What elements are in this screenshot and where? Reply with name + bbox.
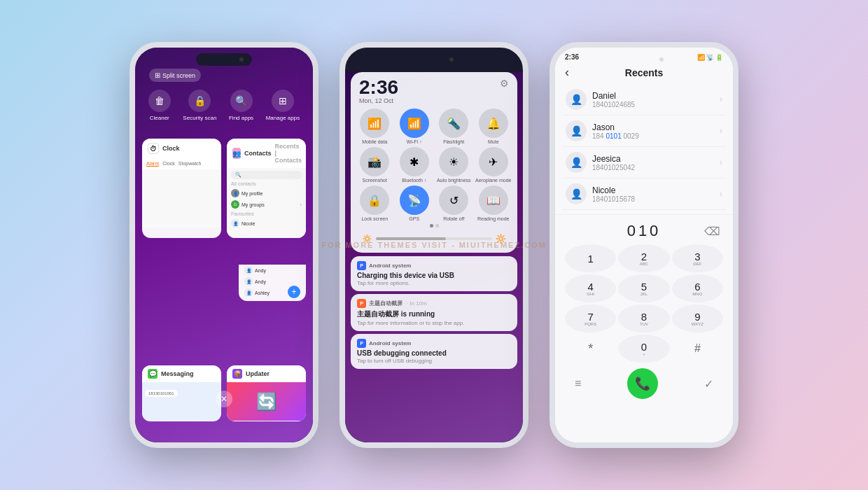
cc-time-group: 2:36 Mon, 12 Oct <box>359 78 398 104</box>
stopwatch-tab[interactable]: Stopwatch <box>178 161 202 167</box>
dial-key-9[interactable]: 9 WXYZ <box>672 304 723 332</box>
toggle-screenshot[interactable]: 📸 Screenshot <box>356 147 393 183</box>
messaging-card[interactable]: 💬 Messaging 18130101001 <box>142 365 221 421</box>
dial-key-7[interactable]: 7 PQRS <box>565 304 616 332</box>
reading-label: Reading mode <box>477 216 510 221</box>
nicole-contact-avatar: 👤 <box>566 183 587 204</box>
dial-4-num: 4 <box>587 281 593 292</box>
notif-3[interactable]: P Android system USB debugging connected… <box>351 334 517 369</box>
cc-date: Mon, 12 Oct <box>359 97 398 104</box>
messaging-label: Messaging <box>161 370 194 377</box>
toggle-rotate[interactable]: ↺ Rotate off <box>435 186 472 221</box>
jeesica-chevron: › <box>720 158 722 167</box>
contacts-search[interactable]: 🔍 <box>231 171 302 179</box>
dialer-bottom-row: ≡ 📞 ✓ <box>555 364 733 403</box>
wifi-icon: 📶 <box>400 108 429 138</box>
daniel-avatar: 👤 <box>566 89 587 110</box>
security-action[interactable]: 🔒 Security scan <box>183 90 216 121</box>
toggle-flashlight[interactable]: 🔦 Flashlight <box>435 108 472 144</box>
check-icon[interactable]: ✓ <box>704 377 713 391</box>
notif-1[interactable]: P Android system Charging this device vi… <box>351 256 517 291</box>
close-button[interactable]: ✕ <box>216 391 232 407</box>
messaging-body: 18130101001 <box>142 382 221 421</box>
dial-key-star[interactable]: * <box>565 335 616 363</box>
notif-1-header: P Android system <box>357 261 511 270</box>
nicole-avatar: 👤 <box>231 219 239 227</box>
my-groups-item[interactable]: G My groups › <box>231 199 302 210</box>
dial-key-hash[interactable]: # <box>672 335 723 363</box>
toggle-airplane[interactable]: ✈ Aeroplane mode <box>475 147 512 183</box>
p3-status-time: 2:36 <box>565 53 579 61</box>
phone3: 2:36 📶 📡 🔋 ‹ Recents 👤 <box>550 42 738 448</box>
my-profile-item[interactable]: 👤 My profile <box>231 188 302 199</box>
toggle-wifi[interactable]: 📶 Wi-Fi ↑ <box>396 108 433 144</box>
dial-key-8[interactable]: 8 TUV <box>618 304 669 332</box>
quick-actions-row: 🗑 Cleaner 🔒 Security scan 🔍 Find apps ⊞ … <box>135 90 313 121</box>
toggle-mobile-data[interactable]: 📶 Mobile data <box>356 108 393 144</box>
jeesica-name: Jeesica <box>592 154 714 164</box>
clock-tabs: Alarm Clock Stopwatch <box>142 158 221 169</box>
notif-3-app-icon: P <box>357 339 366 348</box>
toggle-reading[interactable]: 📖 Reading mode <box>475 186 512 221</box>
backspace-button[interactable]: ⌫ <box>704 225 720 238</box>
jason-number-prefix: 184 <box>592 132 606 140</box>
dial-key-5[interactable]: 5 JKL <box>618 274 669 302</box>
my-profile-avatar: 👤 <box>231 189 239 197</box>
clock-tab[interactable]: Clock <box>162 161 175 167</box>
more-options-icon[interactable]: ≡ <box>575 377 581 390</box>
settings-icon[interactable]: ⚙ <box>500 78 509 89</box>
mute-label: Mute <box>488 139 499 144</box>
contact-jeesica[interactable]: 👤 Jeesica 18401025042 › <box>562 147 726 178</box>
contacts-tabs: Recents | Contacts <box>275 143 302 164</box>
dial-7-alpha: PQRS <box>584 322 596 326</box>
cleaner-action[interactable]: 🗑 Cleaner <box>148 90 171 121</box>
brightness-fill <box>376 237 446 240</box>
toggle-bluetooth[interactable]: ✱ Bluetooth ↑ <box>396 147 433 183</box>
contacts-card[interactable]: 👥 Contacts Recents | Contacts 🔍 All cont… <box>227 139 306 238</box>
clock-card[interactable]: ⏱ Clock Alarm Clock Stopwatch <box>142 139 221 238</box>
call-button[interactable]: 📞 <box>627 368 658 399</box>
manageapps-action[interactable]: ⊞ Manage apps <box>266 90 300 121</box>
jason-info: Jason 184 0101 0029 <box>592 122 714 140</box>
andy2-avatar: 👤 <box>244 277 253 286</box>
split-screen-button[interactable]: Split screen <box>149 69 201 82</box>
dial-key-6[interactable]: 6 MNO <box>672 274 723 302</box>
dialpad: 1 2 ABC 3 DEF 4 <box>555 243 733 364</box>
updater-icon: 📦 <box>232 369 242 379</box>
dialer-display: 010 ⌫ <box>555 219 733 243</box>
toggle-mute[interactable]: 🔔 Mute <box>475 108 512 144</box>
dial-3-num: 3 <box>694 251 700 262</box>
alarm-tab[interactable]: Alarm <box>146 161 159 167</box>
dialer-divider <box>555 214 733 215</box>
toggle-gps[interactable]: 📡 GPS <box>396 186 433 221</box>
dial-key-4[interactable]: 4 GHI <box>565 274 616 302</box>
nicole-number: 18401015678 <box>592 195 714 203</box>
toggle-brightness[interactable]: ☀ Auto brightness <box>435 147 472 183</box>
back-arrow-icon[interactable]: ‹ <box>565 65 569 80</box>
andy1-item[interactable]: 👤 Andy <box>244 265 300 276</box>
jason-chevron: › <box>720 126 722 136</box>
dial-key-2[interactable]: 2 ABC <box>618 244 669 272</box>
contacts-body: 🔍 All contacts 👤 My profile G My groups … <box>227 168 306 238</box>
add-contact-btn[interactable]: + <box>288 286 300 298</box>
dial-4-alpha: GHI <box>587 292 594 296</box>
notif-2-time: · In 10m <box>407 300 427 307</box>
notif-2[interactable]: P 主题自动截屏 · In 10m 主题自动截屏 is running Tap … <box>351 294 517 331</box>
airplane-icon: ✈ <box>479 147 508 176</box>
toggle-row-1: 📶 Mobile data 📶 Wi-Fi ↑ 🔦 Flashlight <box>356 108 512 144</box>
dial-key-3[interactable]: 3 DEF <box>672 244 723 272</box>
nicole-item[interactable]: 👤 Nicole <box>231 218 302 229</box>
favourites-label: Favourites <box>231 211 302 216</box>
contact-nicole[interactable]: 👤 Nicole 18401015678 › <box>562 178 726 210</box>
dial-key-0[interactable]: 0 + <box>618 335 669 363</box>
toggle-lockscreen[interactable]: 🔒 Lock screen <box>356 186 393 221</box>
flashlight-icon: 🔦 <box>439 108 468 138</box>
brightness-bar[interactable] <box>376 237 492 240</box>
gps-icon: 📡 <box>400 186 429 215</box>
findapps-action[interactable]: 🔍 Find apps <box>229 90 253 121</box>
contact-jason[interactable]: 👤 Jason 184 0101 0029 › <box>562 115 726 147</box>
dial-key-1[interactable]: 1 <box>565 244 616 272</box>
contact-daniel[interactable]: 👤 Daniel 18401024685 › <box>562 84 726 115</box>
top-app-grid: ⏱ Clock Alarm Clock Stopwatch <box>142 139 306 238</box>
updater-card[interactable]: 📦 Updater 🔄 <box>227 365 306 421</box>
